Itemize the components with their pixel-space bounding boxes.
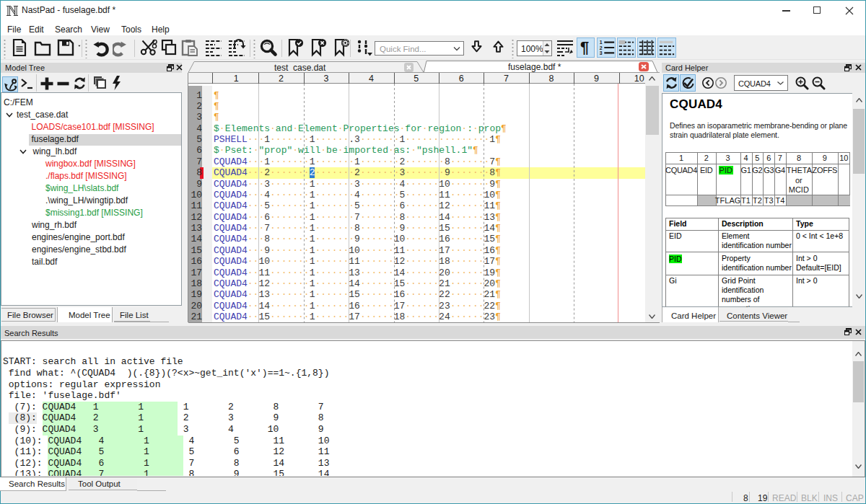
svg-text:2: 2: [600, 45, 603, 50]
svg-text:3: 3: [600, 50, 603, 56]
svg-text:1: 1: [600, 40, 603, 45]
